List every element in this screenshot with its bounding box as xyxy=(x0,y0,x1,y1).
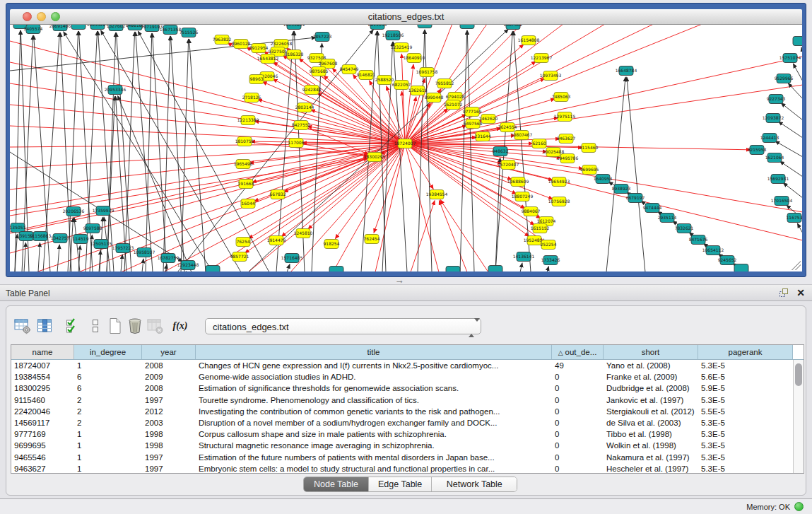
graph-node-label: 9699695 xyxy=(580,167,599,172)
table-selector-dropdown[interactable]: citations_edges.txt xyxy=(205,318,481,334)
cell-name: 14569117 xyxy=(11,417,74,428)
table-panel-body: f(x) citations_edges.txt namein_degreeye… xyxy=(0,301,812,498)
tab-node-table[interactable]: Node Table xyxy=(304,477,369,491)
column-header-out_degree[interactable]: △out_de... xyxy=(552,345,604,359)
graph-node-label: 7857223 xyxy=(313,34,332,39)
graph-node-label: 6794028 xyxy=(446,94,465,99)
graph-node[interactable] xyxy=(460,25,474,29)
delete-table-button[interactable] xyxy=(125,316,145,336)
graph-node[interactable] xyxy=(206,266,220,272)
function-builder-button[interactable]: f(x) xyxy=(170,316,190,336)
graph-node-label: 1965498 xyxy=(234,161,253,166)
dropdown-stepper-icon xyxy=(469,322,475,332)
cell-out_degree: 0 xyxy=(552,428,604,440)
table-row[interactable]: 969969511998Structural magnetic resonanc… xyxy=(11,440,793,451)
cell-title: Disruption of a novel member of a sodium… xyxy=(196,417,552,428)
graph-node[interactable] xyxy=(418,25,432,28)
cell-out_degree: 0 xyxy=(552,382,604,394)
graph-node-label: 11156863 xyxy=(30,233,52,238)
cell-short: Jankovic et al. (1997) xyxy=(604,395,698,406)
graph-node-label: 17016504 xyxy=(771,198,793,203)
graph-node-label: 18724007 xyxy=(394,141,416,146)
table-settings-button[interactable] xyxy=(13,316,33,336)
column-header-title[interactable]: title xyxy=(196,345,552,359)
network-window[interactable]: citations_edges.txt 24055742069140610653… xyxy=(6,3,806,277)
cell-year: 1998 xyxy=(142,428,196,440)
tab-edge-table[interactable]: Edge Table xyxy=(369,477,432,491)
table-row[interactable]: 946362711997Embryonic stem cells: a mode… xyxy=(11,463,793,474)
graph-node[interactable] xyxy=(734,264,748,272)
vertical-scrollbar[interactable] xyxy=(793,360,804,473)
table-row[interactable]: 1830029562008Estimation of significance … xyxy=(11,382,793,394)
close-panel-icon[interactable]: ✕ xyxy=(796,288,805,298)
graph-node-label: 12213389 xyxy=(237,117,259,122)
cell-name: 18300295 xyxy=(11,382,74,394)
table-row[interactable]: 1872400712008Changes of HCN gene express… xyxy=(11,360,793,371)
graph-node-label: 9884067 xyxy=(522,209,541,214)
graph-node-label: 1914479 xyxy=(267,238,286,243)
graph-node-label: 17957223 xyxy=(112,245,134,250)
column-header-pagerank[interactable]: pagerank xyxy=(698,345,793,359)
graph-node-label: 8427552 xyxy=(292,122,311,127)
column-header-year[interactable]: year xyxy=(142,345,196,359)
network-canvas[interactable]: 2405574206914061065328713276026466160107… xyxy=(10,25,802,271)
cell-in_degree: 1 xyxy=(74,428,142,440)
column-header-in_degree[interactable]: in_degree xyxy=(74,345,142,359)
table-row[interactable]: 1938455462009Genome-wide association stu… xyxy=(11,371,793,382)
table-row[interactable]: 2242004622012Investigating the contribut… xyxy=(11,406,793,417)
graph-node-label: 9115460 xyxy=(579,145,599,150)
select-rows-button[interactable] xyxy=(63,316,83,336)
cell-short: Dudbridge et al. (2008) xyxy=(604,382,698,394)
graph-node-label: 1327602 xyxy=(107,25,126,28)
canvas-resize-grip[interactable] xyxy=(792,261,801,270)
graph-node-label: 9146821 xyxy=(357,72,376,77)
graph-node-label: 98963 xyxy=(249,76,263,81)
graph-node-label: 18640910 xyxy=(404,55,425,60)
graph-node[interactable] xyxy=(446,267,460,272)
graph-node[interactable] xyxy=(71,25,86,30)
graph-node-label: 117006 xyxy=(288,140,305,145)
cell-title: Estimation of significance thresholds fo… xyxy=(196,382,552,394)
new-table-button[interactable] xyxy=(105,316,125,336)
graph-node-label: 667832 xyxy=(270,192,286,197)
graph-node-label: 19218506 xyxy=(382,33,404,37)
graph-node-label: 16154808 xyxy=(518,37,540,42)
graph-node[interactable] xyxy=(488,266,502,272)
graph-node-label: 10688609 xyxy=(507,179,529,184)
table-panel-inner: f(x) citations_edges.txt namein_degreeye… xyxy=(6,305,806,496)
graph-node-label: 1640954 xyxy=(594,176,613,181)
graph-node-label: 231644 xyxy=(475,134,491,139)
window-titlebar[interactable]: citations_edges.txt xyxy=(10,9,802,25)
show-column-button[interactable] xyxy=(35,316,54,336)
graph-node-label: 8912954 xyxy=(249,45,269,50)
column-header-name[interactable]: name xyxy=(11,345,74,359)
float-panel-icon[interactable] xyxy=(778,288,789,298)
cell-year: 1997 xyxy=(142,395,196,406)
graph-node-label: 2405574 xyxy=(24,26,43,31)
table-row[interactable]: 946554611997Estimation of the future num… xyxy=(11,452,793,463)
table-row[interactable]: 977716911998Corpus callosum shape and si… xyxy=(11,428,793,440)
tab-network-table[interactable]: Network Table xyxy=(432,477,517,491)
scrollbar-thumb[interactable] xyxy=(795,363,802,386)
table-row[interactable]: 911546021997Tourette syndrome. Phenomeno… xyxy=(11,395,793,406)
graph-node-label: 10756928 xyxy=(548,199,570,204)
graph-node-label: 9474444 xyxy=(643,205,662,210)
table-row[interactable]: 1456911722003Disruption of a novel membe… xyxy=(11,417,793,428)
graph-node[interactable] xyxy=(793,37,802,46)
graph-node-label: 1342757 xyxy=(51,235,70,240)
graph-node[interactable] xyxy=(329,267,343,272)
graph-node-label: 16044 xyxy=(241,201,254,206)
graph-node-label: 18807249 xyxy=(512,194,534,199)
graph-node-label: 948632 xyxy=(493,148,509,153)
row-height-button[interactable] xyxy=(86,316,105,336)
cell-year: 2008 xyxy=(142,382,196,394)
memory-status-label: Memory: OK xyxy=(746,503,790,511)
graph-node-label: 15751074 xyxy=(779,55,801,60)
network-canvas-svg[interactable]: 2405574206914061065328713276026466160107… xyxy=(10,25,802,271)
cell-name: 9115460 xyxy=(11,395,74,406)
cell-pagerank: 5.9E-5 xyxy=(698,382,793,394)
graph-node-label: 15692931 xyxy=(767,176,789,181)
graph-node-label: 9463627 xyxy=(557,136,576,141)
cell-title: Genome-wide association studies in ADHD. xyxy=(196,371,552,382)
column-header-short[interactable]: short xyxy=(604,345,698,359)
